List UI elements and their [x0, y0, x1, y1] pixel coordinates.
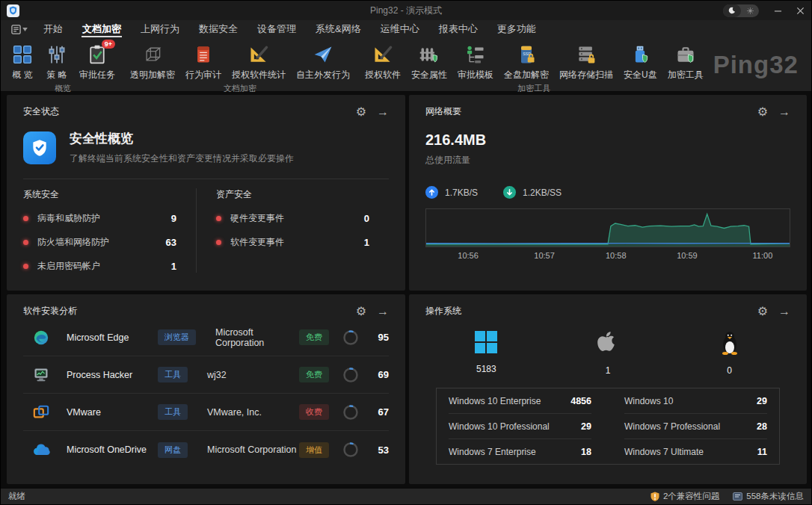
ribbon-encryption-tools-button[interactable]: 加密工具: [662, 38, 709, 83]
os-table-row: Windows 10 Professional 29: [449, 414, 591, 439]
security-item[interactable]: 硬件变更事件 0: [216, 212, 389, 225]
full-disk-encryption-ssd-icon: SSD: [514, 43, 538, 66]
policy-sliders-icon: [45, 43, 69, 66]
paper-plane-icon: [311, 43, 335, 66]
open-panel-arrow-icon[interactable]: →: [377, 306, 389, 317]
security-item[interactable]: 防火墙和网络防护 63: [23, 236, 196, 249]
software-score: 95: [368, 332, 389, 343]
price-badge: 免费: [299, 329, 329, 345]
settings-gear-icon[interactable]: ⚙: [757, 106, 768, 118]
ribbon-overview-button[interactable]: 概 览: [5, 38, 40, 83]
authorized-software-stats-icon: [247, 43, 271, 66]
chart-tick-label: 10:56: [458, 251, 479, 260]
software-row[interactable]: Microsoft Edge 浏览器 Microsoft Corporation…: [23, 319, 389, 356]
category-badge: 工具: [158, 367, 188, 382]
category-badge: 工具: [158, 404, 188, 420]
behavior-audit-list-icon: [191, 43, 215, 66]
download-rate: 1.2KB/SS: [503, 186, 562, 199]
theme-toggle[interactable]: [723, 4, 759, 17]
ribbon-behavior-audit-button[interactable]: 行为审计: [180, 38, 227, 83]
tab-document-encryption[interactable]: 文档加密: [73, 20, 131, 38]
vmware-app-icon: [32, 403, 50, 421]
ribbon-approval-template-button[interactable]: 审批模板: [452, 38, 499, 83]
open-panel-arrow-icon[interactable]: →: [778, 306, 790, 317]
network-chart-svg: [426, 209, 790, 247]
tab-system-network[interactable]: 系统&网络: [306, 20, 371, 38]
status-bar: 就绪 2个兼容性问题 558条未读信息: [1, 488, 811, 504]
linux-tux-icon: [721, 331, 739, 358]
ribbon-group-overview: 概 览 策 略 9+ 审批任务 概览: [5, 38, 120, 91]
open-panel-arrow-icon[interactable]: →: [377, 106, 389, 118]
operating-systems-card: 操作系统 ⚙ → 5183 1: [409, 294, 807, 484]
chart-tick-label: 11:00: [753, 251, 773, 260]
alert-dot-icon: [23, 216, 28, 221]
settings-gear-icon[interactable]: ⚙: [356, 106, 366, 118]
secure-usb-icon: [628, 43, 652, 66]
tab-home[interactable]: 开始: [34, 20, 73, 38]
score-ring: [342, 404, 359, 421]
tab-device-management[interactable]: 设备管理: [247, 20, 306, 38]
minimize-button[interactable]: [766, 1, 789, 20]
panel-title-software: 软件安装分析: [23, 305, 77, 317]
chart-tick-label: 10:58: [606, 251, 627, 260]
platform-apple: 1: [547, 331, 669, 376]
software-analysis-card: 软件安装分析 ⚙ → Microsoft Edge 浏览器 Microsoft …: [7, 294, 405, 484]
settings-gear-icon[interactable]: ⚙: [757, 306, 768, 317]
panel-title-os: 操作系统: [425, 305, 461, 317]
tab-more-features[interactable]: 更多功能: [487, 20, 546, 38]
ribbon-authorized-software-stats-button[interactable]: 授权软件统计: [227, 38, 291, 83]
ribbon-full-disk-encryption-button[interactable]: SSD 全盘加解密: [499, 38, 554, 83]
dark-mode-moon-icon[interactable]: [723, 4, 741, 17]
window-title: Ping32 - 演示模式: [1, 4, 811, 17]
software-score: 53: [368, 444, 389, 456]
approval-tasks-icon: 9+: [85, 43, 109, 66]
upload-rate: 1.7KB/S: [425, 186, 478, 199]
panel-title-security: 安全状态: [23, 105, 59, 118]
compatibility-issues[interactable]: 2个兼容性问题: [650, 491, 719, 502]
alert-dot-icon: [23, 240, 28, 245]
ribbon-toolbar: 概 览 策 略 9+ 审批任务 概览: [1, 38, 811, 92]
software-row[interactable]: Microsoft OneDrive 网盘 Microsoft Corporat…: [23, 431, 389, 468]
security-overview-title: 安全性概览: [70, 130, 294, 147]
os-version-table: Windows 10 Enterprise 4856 Windows 10 29…: [436, 388, 780, 465]
category-badge: 网盘: [158, 442, 188, 458]
alert-dot-icon: [216, 240, 221, 245]
price-badge: 增值: [299, 442, 329, 458]
software-row[interactable]: VMware 工具 VMware, Inc. 收费 67: [23, 394, 389, 431]
tab-data-security[interactable]: 数据安全: [189, 20, 247, 38]
ribbon-approval-tasks-button[interactable]: 9+ 审批任务: [74, 38, 120, 83]
security-item[interactable]: 未启用密码帐户 1: [23, 260, 196, 273]
tab-ops-center[interactable]: 运维中心: [371, 20, 429, 38]
main-menu-icon[interactable]: [5, 20, 34, 38]
os-table-row: Windows 10 29: [624, 388, 767, 414]
unread-messages[interactable]: 558条未读信息: [733, 491, 804, 502]
ribbon-authorized-software-button[interactable]: 授权软件: [360, 38, 406, 83]
score-ring: [342, 442, 359, 458]
network-total-usage: 216.4MB: [425, 131, 790, 149]
brand-watermark: Ping32: [713, 51, 812, 79]
platform-linux: 0: [668, 331, 790, 376]
close-button[interactable]: [789, 1, 811, 20]
security-item[interactable]: 病毒和威胁防护 9: [23, 212, 196, 225]
tab-web-behavior[interactable]: 上网行为: [131, 20, 189, 38]
approval-tasks-badge: 9+: [102, 40, 115, 49]
score-ring: [342, 329, 359, 346]
security-item[interactable]: 软件变更事件 1: [216, 236, 389, 249]
network-traffic-chart: [425, 208, 790, 247]
software-row[interactable]: Process Hacker 工具 wj32 免费 69: [23, 356, 389, 394]
process-hacker-app-icon: [32, 366, 50, 384]
security-status-card: 安全状态 ⚙ → 安全性概览 了解终端当前系统安全性和资产变更情况并采取必要操作: [7, 95, 405, 291]
ribbon-network-storage-scan-button[interactable]: 网络存储扫描: [554, 38, 618, 83]
settings-gear-icon[interactable]: ⚙: [356, 306, 366, 317]
menu-bar: 开始 文档加密 上网行为 数据安全 设备管理 系统&网络 运维中心 报表中心 更…: [1, 20, 811, 38]
ribbon-secure-usb-button[interactable]: 安全U盘: [618, 38, 662, 83]
ribbon-self-outgoing-button[interactable]: 自主外发行为: [291, 38, 355, 83]
open-panel-arrow-icon[interactable]: →: [778, 106, 790, 118]
tab-report-center[interactable]: 报表中心: [429, 20, 487, 38]
upload-arrow-icon: [425, 186, 438, 199]
light-mode-sun-icon[interactable]: [741, 4, 759, 17]
ribbon-policy-button[interactable]: 策 略: [40, 38, 74, 83]
warning-shield-icon: [650, 492, 659, 501]
ribbon-transparent-encryption-button[interactable]: 透明加解密: [125, 38, 180, 83]
ribbon-security-attributes-button[interactable]: 安全属性: [406, 38, 452, 83]
